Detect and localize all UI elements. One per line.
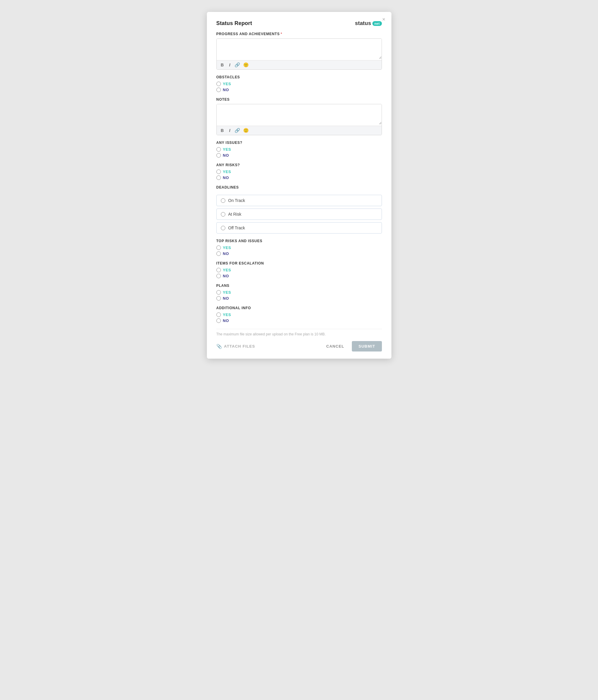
any-issues-no-label[interactable]: NO [216, 153, 382, 157]
deadline-on-track-label: On Track [228, 198, 245, 203]
progress-toolbar: B I 🔗 🙂 [217, 60, 382, 69]
paperclip-icon: 📎 [216, 344, 223, 349]
modal-title: Status Report [216, 20, 252, 26]
escalation-section-label: ITEMS FOR ESCALATION [216, 261, 382, 266]
any-issues-yes-label[interactable]: YES [216, 147, 382, 152]
additional-info-no-label[interactable]: NO [216, 319, 382, 323]
escalation-no-label[interactable]: NO [216, 274, 382, 278]
submit-button[interactable]: SUBMIT [352, 341, 382, 351]
plans-no-radio[interactable] [216, 296, 221, 301]
brand-logo: status net [355, 20, 382, 26]
file-note: The maximum file size allowed per upload… [216, 332, 382, 336]
progress-link-icon[interactable]: 🔗 [235, 62, 240, 68]
notes-italic-button[interactable]: I [228, 127, 232, 133]
deadlines-options: On Track At Risk Off Track [216, 195, 382, 233]
deadline-at-risk[interactable]: At Risk [216, 208, 382, 220]
deadline-at-risk-label: At Risk [228, 212, 241, 217]
progress-section-label: PROGRESS AND ACHIEVEMENTS* [216, 32, 382, 36]
notes-toolbar: B I 🔗 🙂 [217, 126, 382, 135]
obstacles-yes-label[interactable]: YES [216, 82, 382, 86]
escalation-no-radio[interactable] [216, 274, 221, 278]
obstacles-radio-group: YES NO [216, 82, 382, 92]
plans-yes-radio[interactable] [216, 290, 221, 295]
top-risks-radio-group: YES NO [216, 246, 382, 256]
any-risks-no-label[interactable]: NO [216, 175, 382, 180]
top-risks-yes-label[interactable]: YES [216, 246, 382, 250]
obstacles-section-label: OBSTACLES [216, 75, 382, 79]
any-risks-radio-group: YES NO [216, 170, 382, 180]
escalation-yes-radio[interactable] [216, 268, 221, 272]
additional-info-yes-label[interactable]: YES [216, 312, 382, 317]
any-risks-no-radio[interactable] [216, 175, 221, 180]
required-star: * [281, 32, 282, 36]
any-issues-section-label: ANY ISSUES? [216, 141, 382, 145]
any-risks-section-label: ANY RISKS? [216, 163, 382, 167]
close-button[interactable]: × [381, 16, 387, 23]
brand-text: status [355, 20, 371, 26]
notes-section-label: NOTES [216, 97, 382, 102]
notes-input[interactable] [217, 104, 382, 125]
attach-files-button[interactable]: 📎 ATTACH FILES [216, 341, 255, 351]
cancel-button[interactable]: CANCEL [322, 341, 348, 351]
plans-radio-group: YES NO [216, 290, 382, 301]
any-issues-no-radio[interactable] [216, 153, 221, 157]
progress-bold-button[interactable]: B [220, 62, 225, 68]
obstacles-yes-radio[interactable] [216, 82, 221, 86]
any-issues-radio-group: YES NO [216, 147, 382, 157]
action-buttons: CANCEL SUBMIT [322, 341, 382, 351]
additional-info-yes-radio[interactable] [216, 312, 221, 317]
escalation-radio-group: YES NO [216, 268, 382, 278]
obstacles-no-radio[interactable] [216, 88, 221, 92]
deadline-on-track-radio[interactable] [221, 198, 225, 203]
deadline-off-track-label: Off Track [228, 225, 245, 230]
additional-info-section-label: ADDITIONAL INFO [216, 306, 382, 310]
notes-editor: B I 🔗 🙂 [216, 104, 382, 135]
top-risks-section-label: TOP RISKS AND ISSUES [216, 239, 382, 243]
progress-input[interactable] [217, 39, 382, 59]
progress-emoji-icon[interactable]: 🙂 [243, 62, 249, 68]
plans-section-label: PLANS [216, 283, 382, 288]
modal-header: Status Report status net [216, 20, 382, 26]
progress-italic-button[interactable]: I [228, 62, 232, 68]
obstacles-no-label[interactable]: NO [216, 88, 382, 92]
deadline-on-track[interactable]: On Track [216, 195, 382, 206]
plans-no-label[interactable]: NO [216, 296, 382, 301]
any-issues-yes-radio[interactable] [216, 147, 221, 152]
any-risks-yes-radio[interactable] [216, 170, 221, 174]
top-risks-yes-radio[interactable] [216, 246, 221, 250]
deadline-off-track-radio[interactable] [221, 226, 225, 230]
any-risks-yes-label[interactable]: YES [216, 170, 382, 174]
top-risks-no-radio[interactable] [216, 251, 221, 256]
status-report-modal: Status Report status net × PROGRESS AND … [207, 12, 391, 359]
notes-link-icon[interactable]: 🔗 [235, 128, 240, 133]
additional-info-no-radio[interactable] [216, 319, 221, 323]
deadlines-section-label: DEADLINES [216, 185, 382, 190]
additional-info-radio-group: YES NO [216, 312, 382, 323]
escalation-yes-label[interactable]: YES [216, 268, 382, 272]
progress-editor: B I 🔗 🙂 [216, 39, 382, 70]
notes-bold-button[interactable]: B [220, 127, 225, 133]
deadline-at-risk-radio[interactable] [221, 212, 225, 217]
footer-divider [216, 329, 382, 329]
deadline-off-track[interactable]: Off Track [216, 222, 382, 233]
plans-yes-label[interactable]: YES [216, 290, 382, 295]
notes-emoji-icon[interactable]: 🙂 [243, 128, 249, 133]
top-risks-no-label[interactable]: NO [216, 251, 382, 256]
footer-actions: 📎 ATTACH FILES CANCEL SUBMIT [216, 341, 382, 351]
